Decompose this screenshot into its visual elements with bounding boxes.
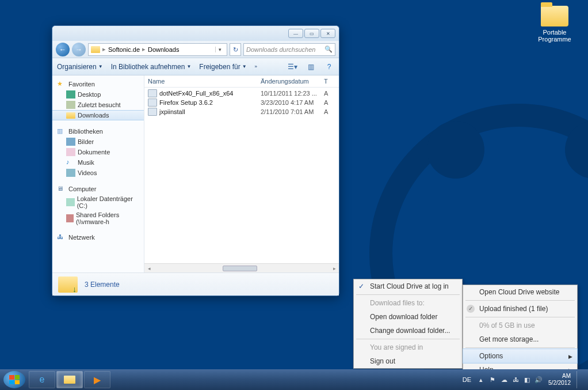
column-headers[interactable]: Name Änderungsdatum T [144,75,339,88]
help-button[interactable]: ? [324,62,334,71]
tray-cloud-icon[interactable]: ☁ [500,376,508,384]
taskbar-media-player-button[interactable]: ▶ [84,371,110,388]
sidebar-item-music[interactable]: ♪Musik [52,157,144,168]
file-type: A [324,108,335,115]
titlebar[interactable]: — ▭ ✕ [52,26,339,41]
search-input[interactable]: Downloads durchsuchen 🔍 [243,43,335,56]
menu-storage-usage: 0% of 5 GB in use [463,319,577,332]
organize-menu[interactable]: Organisieren▼ [57,63,103,71]
sidebar-item-local-disk[interactable]: Lokaler Datenträger (C:) [52,194,144,210]
library-icon: ▥ [57,127,66,135]
videos-icon [66,169,75,177]
chevron-right-icon: ▸ [142,46,146,53]
computer-group[interactable]: 🖥Computer [52,184,144,194]
taskbar: e ▶ DE ▴ ⚑ ☁ 🖧 ◧ 🔊 AM 5/2/2012 [0,369,588,390]
column-type[interactable]: T [324,78,335,85]
sidebar-item-shared-folders[interactable]: Shared Folders (\\vmware-h [52,210,144,226]
chevron-right-icon: ▶ [568,354,572,359]
include-in-library-menu[interactable]: In Bibliothek aufnehmen▼ [111,63,192,71]
file-date: 3/23/2010 4:17 AM [261,99,324,106]
file-icon [148,89,157,97]
drive-icon [66,198,75,206]
file-date: 2/11/2010 7:01 AM [261,108,324,115]
forward-button[interactable]: → [72,43,86,56]
sidebar-item-pictures[interactable]: Bilder [52,137,144,147]
folder-icon [64,376,75,384]
table-row[interactable]: Firefox Setup 3.6.23/23/2010 4:17 AMA [148,98,335,107]
column-modified[interactable]: Änderungsdatum [261,78,324,85]
view-mode-button[interactable]: ☰▾ [287,62,297,71]
clock[interactable]: AM 5/2/2012 [546,373,573,387]
network-group[interactable]: 🖧Netzwerk [52,232,144,243]
overflow-chevron-icon[interactable]: » [255,64,257,69]
menu-change-download-folder[interactable]: Change download folder... [354,324,462,338]
tray-up-icon[interactable]: ▴ [477,376,485,384]
status-bar: 3 Elemente [52,272,339,296]
file-date: 10/11/2011 12:23 ... [261,90,324,97]
start-button[interactable] [3,371,25,388]
file-name: dotNetFx40_Full_x86_x64 [159,90,261,97]
tray-action-center-icon[interactable]: ⚑ [488,376,497,384]
menu-start-at-login[interactable]: Start Cloud Drive at log in [354,279,462,293]
tray-app-icon[interactable]: ◧ [523,376,531,384]
menu-download-to-label: Download files to: [354,296,462,310]
system-tray: DE ▴ ⚑ ☁ 🖧 ◧ 🔊 AM 5/2/2012 [460,371,585,388]
sidebar-item-documents[interactable]: Dokumente [52,147,144,157]
desktop-icon [66,90,75,99]
menu-options[interactable]: Options▶ [463,349,578,364]
table-row[interactable]: dotNetFx40_Full_x86_x6410/11/2011 12:23 … [148,89,335,98]
sidebar-item-downloads[interactable]: Downloads [52,110,144,120]
folder-icon [541,6,568,26]
language-indicator[interactable]: DE [460,375,474,384]
explorer-window: — ▭ ✕ ← → ▸ Softonic.de ▸ Downloads ▾ ↻ … [52,25,339,296]
sidebar-item-desktop[interactable]: Desktop [52,89,144,100]
check-icon: ✓ [467,305,475,313]
desktop-icon-portable-programme[interactable]: Portable Programme [533,6,576,43]
show-desktop-button[interactable] [576,371,581,388]
menu-get-more-storage[interactable]: Get more storage... [463,332,577,346]
file-name: Firefox Setup 3.6.2 [159,99,261,106]
network-drive-icon [66,214,74,222]
taskbar-ie-button[interactable]: e [29,371,55,388]
star-icon: ★ [57,80,66,88]
tray-context-menu: Start Cloud Drive at log in Download fil… [353,279,463,369]
refresh-button[interactable]: ↻ [230,43,241,56]
menu-signed-in-label: You are signed in [354,340,462,354]
favorites-group[interactable]: ★Favoriten [52,79,144,89]
search-placeholder: Downloads durchsuchen [246,46,315,53]
minimize-button[interactable]: — [288,29,303,38]
menu-upload-finished[interactable]: ✓Upload finished (1 file) [463,302,577,316]
close-button[interactable]: ✕ [320,29,335,38]
horizontal-scrollbar[interactable]: ◂▸ [144,263,339,272]
back-button[interactable]: ← [56,43,70,56]
file-name: jxpiinstall [159,108,261,115]
search-icon: 🔍 [324,46,333,53]
breadcrumb-root[interactable]: Softonic.de [108,46,140,53]
menu-open-download-folder[interactable]: Open download folder [354,310,462,324]
folder-icon [66,112,75,119]
chevron-right-icon: ▸ [102,46,106,53]
taskbar-explorer-button[interactable] [56,371,83,388]
breadcrumb-current[interactable]: Downloads [148,46,179,53]
file-type: A [324,99,335,106]
tray-network-icon[interactable]: 🖧 [511,376,520,383]
libraries-group[interactable]: ▥Bibliotheken [52,126,144,137]
pictures-icon [66,138,75,146]
column-name[interactable]: Name [148,78,261,85]
share-menu[interactable]: Freigeben für▼ [199,63,246,71]
menu-sign-out[interactable]: Sign out [354,354,462,368]
navigation-bar: ← → ▸ Softonic.de ▸ Downloads ▾ ↻ Downlo… [52,41,339,58]
sidebar-item-recent[interactable]: Zuletzt besucht [52,100,144,110]
navigation-pane: ★Favoriten Desktop Zuletzt besucht Downl… [52,75,144,272]
file-icon [148,99,157,107]
table-row[interactable]: jxpiinstall2/11/2010 7:01 AMA [148,107,335,116]
maximize-button[interactable]: ▭ [304,29,319,38]
downloads-folder-icon [58,277,78,293]
address-bar[interactable]: ▸ Softonic.de ▸ Downloads ▾ [88,43,227,56]
address-dropdown[interactable]: ▾ [215,47,224,52]
sidebar-item-videos[interactable]: Videos [52,168,144,178]
tray-volume-icon[interactable]: 🔊 [534,376,543,384]
preview-pane-button[interactable]: ▥ [306,62,316,71]
recent-icon [66,101,75,109]
menu-open-website[interactable]: Open Cloud Drive website [463,285,577,299]
